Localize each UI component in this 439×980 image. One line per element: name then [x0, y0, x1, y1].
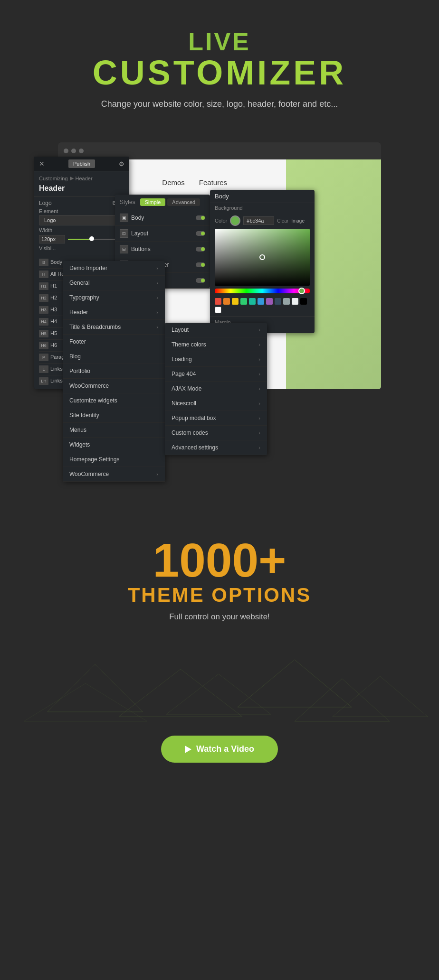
menu-item-site-identity[interactable]: Site Identity: [63, 408, 165, 423]
menu-item-general[interactable]: General ›: [63, 276, 165, 290]
swatch-blue[interactable]: [258, 298, 264, 305]
width-label: Width: [39, 227, 124, 233]
buttons-hover-toggle[interactable]: [196, 262, 205, 267]
style-item-body[interactable]: ▣ Body: [115, 210, 210, 226]
chevron-right-icon: ›: [258, 342, 260, 347]
element-select[interactable]: Logo: [39, 215, 124, 225]
layout-style-toggle[interactable]: [196, 231, 205, 236]
color-swatch[interactable]: [230, 215, 240, 226]
buttons-style-toggle[interactable]: [196, 247, 205, 252]
hero-section: LIVE CUSTOMIZER Change your website colo…: [0, 0, 439, 128]
close-icon[interactable]: ✕: [39, 160, 45, 168]
picker-circle: [259, 254, 265, 260]
submenu-item-layout[interactable]: Layout ›: [165, 323, 267, 337]
menu-label-typography: Typography: [69, 294, 99, 301]
menu-item-menus[interactable]: Menus: [63, 423, 165, 438]
typo-h5-label: H5: [50, 330, 57, 336]
menu-label-menus: Menus: [69, 427, 86, 433]
gear-icon[interactable]: ⚙: [119, 160, 124, 168]
h4-icon: H4: [39, 318, 48, 326]
screenshot-area: XTRA Demos Features ✕ Publish ⚙ Customiz…: [34, 142, 405, 498]
hue-slider[interactable]: [215, 289, 310, 293]
watch-video-button[interactable]: Watch a Video: [161, 736, 278, 763]
color-hex-input[interactable]: [243, 216, 274, 225]
swatch-gray[interactable]: [283, 298, 290, 305]
swatch-white[interactable]: [215, 307, 221, 313]
swatch-teal[interactable]: [249, 298, 256, 305]
hero-title-line1: LIVE: [10, 28, 429, 56]
submenu-item-ajax[interactable]: AJAX Mode ›: [165, 382, 267, 396]
swatch-light[interactable]: [292, 298, 298, 305]
color-picker-gradient[interactable]: [215, 229, 310, 286]
menu-label-footer: Footer: [69, 338, 86, 345]
menu-label-general: General: [69, 280, 90, 286]
menu-item-woocommerce-2[interactable]: WooCommerce ›: [63, 467, 165, 482]
styles-label: Styles: [120, 199, 135, 205]
style-item-layout[interactable]: ⊡ Layout: [115, 226, 210, 242]
tab-simple[interactable]: Simple: [140, 198, 166, 206]
menu-item-typography[interactable]: Typography ›: [63, 290, 165, 305]
submenu-label-custom-codes: Custom codes: [172, 429, 208, 436]
menu-item-demo-importer[interactable]: Demo Importer ›: [63, 261, 165, 276]
typo-body-label: Body: [50, 259, 62, 265]
breadcrumb-child: Header: [76, 176, 93, 181]
browser-dot-1: [64, 149, 68, 153]
publish-button[interactable]: Publish: [68, 159, 95, 168]
chevron-right-icon: ›: [258, 386, 260, 392]
submenu-item-nicescroll[interactable]: Nicescroll ›: [165, 396, 267, 411]
stats-section: 1000+ Theme Options Full control on your…: [0, 498, 439, 641]
submenu-label-popup: Popup modal box: [172, 415, 216, 421]
decorative-svg: [0, 641, 439, 726]
preview-nav: Demos Features: [162, 178, 227, 187]
width-input[interactable]: [39, 235, 65, 243]
menu-item-header[interactable]: Header ›: [63, 305, 165, 320]
slider-fill: [68, 239, 91, 240]
widgets-style-toggle[interactable]: [196, 278, 205, 283]
svg-marker-3: [295, 679, 390, 721]
visibility-label: Visibi...: [39, 245, 124, 251]
play-icon: [185, 746, 191, 753]
menu-item-title-breadcrumbs[interactable]: Title & Breadcrumbs ›: [63, 320, 165, 335]
p-icon: P: [39, 354, 48, 361]
submenu-item-page404[interactable]: Page 404 ›: [165, 367, 267, 382]
image-button[interactable]: Image: [291, 218, 305, 224]
submenu-item-loading[interactable]: Loading ›: [165, 352, 267, 367]
customizer-topbar: ✕ Publish ⚙: [34, 157, 129, 171]
h2-icon: H2: [39, 294, 48, 302]
chevron-right-icon: ›: [156, 280, 158, 286]
menu-label-homepage-settings: Homepage Settings: [69, 456, 119, 463]
swatch-green[interactable]: [240, 298, 247, 305]
submenu-item-popup[interactable]: Popup modal box ›: [165, 411, 267, 426]
svg-marker-2: [238, 660, 352, 707]
menu-item-portfolio[interactable]: Portfolio: [63, 364, 165, 379]
menu-item-customize-widgets[interactable]: Customize widgets: [63, 393, 165, 408]
body-style-toggle[interactable]: [196, 215, 205, 220]
body-style-icon: ▣: [120, 214, 128, 222]
menu-item-footer[interactable]: Footer: [63, 335, 165, 349]
swatch-purple[interactable]: [266, 298, 273, 305]
swatch-red[interactable]: [215, 298, 221, 305]
tab-advanced[interactable]: Advanced: [167, 198, 200, 206]
swatch-dark[interactable]: [275, 298, 281, 305]
submenu-item-theme-colors[interactable]: Theme colors ›: [165, 337, 267, 352]
style-buttons-label: Buttons: [131, 246, 151, 252]
submenu-item-advanced-settings[interactable]: Advanced settings ›: [165, 440, 267, 455]
menu-item-blog[interactable]: Blog: [63, 349, 165, 364]
menu-item-widgets[interactable]: Widgets: [63, 438, 165, 452]
menu-item-homepage-settings[interactable]: Homepage Settings: [63, 452, 165, 467]
menu-item-woocommerce-1[interactable]: WooCommerce: [63, 379, 165, 393]
svg-marker-0: [48, 664, 143, 712]
swatch-black[interactable]: [300, 298, 307, 305]
clear-button[interactable]: Clear: [277, 218, 288, 224]
h3-icon: H3: [39, 306, 48, 314]
swatch-orange[interactable]: [223, 298, 230, 305]
typo-h2-label: H2: [50, 295, 57, 300]
style-item-buttons[interactable]: ⊟ Buttons: [115, 242, 210, 257]
menu-label-header: Header: [69, 309, 88, 316]
submenu-item-custom-codes[interactable]: Custom codes ›: [165, 426, 267, 440]
swatch-yellow[interactable]: [232, 298, 239, 305]
styles-tabs: Styles Simple Advanced: [115, 195, 210, 210]
stats-label: Theme Options: [10, 584, 429, 607]
stats-number: 1000+: [10, 536, 429, 584]
color-swatches-row: [210, 296, 315, 316]
